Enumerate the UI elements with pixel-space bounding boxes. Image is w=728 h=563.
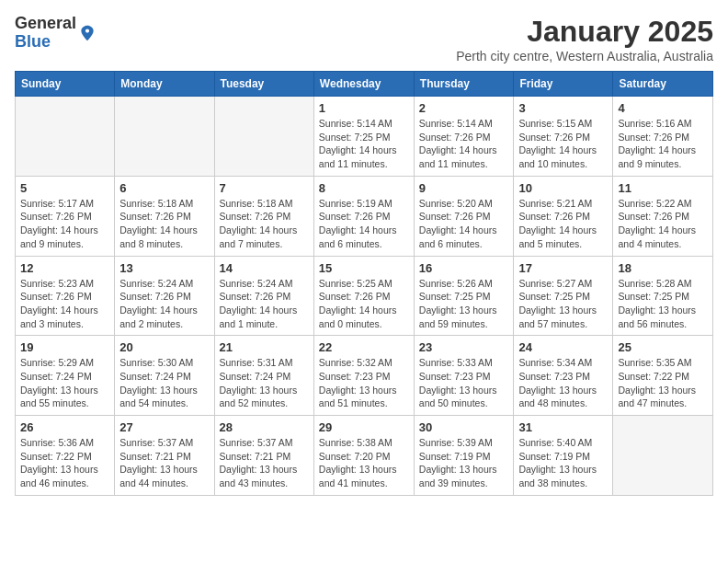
- calendar-cell: [16, 97, 115, 177]
- calendar-cell: 27Sunrise: 5:37 AM Sunset: 7:21 PM Dayli…: [115, 416, 214, 496]
- day-info: Sunrise: 5:20 AM Sunset: 7:26 PM Dayligh…: [419, 197, 509, 251]
- week-row-3: 12Sunrise: 5:23 AM Sunset: 7:26 PM Dayli…: [16, 256, 713, 336]
- week-row-2: 5Sunrise: 5:17 AM Sunset: 7:26 PM Daylig…: [16, 176, 713, 256]
- calendar-cell: 25Sunrise: 5:35 AM Sunset: 7:22 PM Dayli…: [613, 336, 713, 416]
- day-number: 12: [20, 261, 109, 275]
- calendar-cell: 22Sunrise: 5:32 AM Sunset: 7:23 PM Dayli…: [313, 336, 414, 416]
- calendar-table: SundayMondayTuesdayWednesdayThursdayFrid…: [15, 71, 713, 496]
- calendar-cell: 26Sunrise: 5:36 AM Sunset: 7:22 PM Dayli…: [16, 416, 115, 496]
- logo-blue: Blue: [15, 32, 51, 51]
- day-info: Sunrise: 5:38 AM Sunset: 7:20 PM Dayligh…: [319, 436, 409, 490]
- calendar-cell: [214, 97, 313, 177]
- day-info: Sunrise: 5:25 AM Sunset: 7:26 PM Dayligh…: [319, 277, 409, 331]
- header-day-tuesday: Tuesday: [214, 72, 313, 97]
- calendar-cell: 24Sunrise: 5:34 AM Sunset: 7:23 PM Dayli…: [514, 336, 613, 416]
- calendar-cell: 5Sunrise: 5:17 AM Sunset: 7:26 PM Daylig…: [16, 176, 115, 256]
- day-number: 11: [618, 181, 708, 195]
- day-info: Sunrise: 5:22 AM Sunset: 7:26 PM Dayligh…: [618, 197, 708, 251]
- week-row-5: 26Sunrise: 5:36 AM Sunset: 7:22 PM Dayli…: [16, 416, 713, 496]
- header-day-saturday: Saturday: [613, 72, 713, 97]
- day-number: 26: [20, 420, 109, 434]
- calendar-cell: 15Sunrise: 5:25 AM Sunset: 7:26 PM Dayli…: [313, 256, 414, 336]
- calendar-cell: [613, 416, 713, 496]
- day-number: 8: [319, 181, 409, 195]
- day-number: 3: [518, 101, 608, 115]
- day-info: Sunrise: 5:31 AM Sunset: 7:24 PM Dayligh…: [220, 356, 309, 410]
- day-info: Sunrise: 5:14 AM Sunset: 7:25 PM Dayligh…: [319, 117, 409, 171]
- day-number: 30: [419, 420, 509, 434]
- day-info: Sunrise: 5:15 AM Sunset: 7:26 PM Dayligh…: [518, 117, 608, 171]
- calendar-cell: 28Sunrise: 5:37 AM Sunset: 7:21 PM Dayli…: [214, 416, 313, 496]
- calendar-cell: 8Sunrise: 5:19 AM Sunset: 7:26 PM Daylig…: [313, 176, 414, 256]
- calendar-cell: 17Sunrise: 5:27 AM Sunset: 7:25 PM Dayli…: [514, 256, 613, 336]
- day-number: 28: [220, 420, 309, 434]
- title-section: January 2025 Perth city centre, Western …: [456, 15, 713, 63]
- day-info: Sunrise: 5:29 AM Sunset: 7:24 PM Dayligh…: [20, 356, 109, 410]
- day-info: Sunrise: 5:39 AM Sunset: 7:19 PM Dayligh…: [419, 436, 509, 490]
- calendar-cell: 14Sunrise: 5:24 AM Sunset: 7:26 PM Dayli…: [214, 256, 313, 336]
- day-number: 22: [319, 340, 409, 354]
- calendar-cell: 4Sunrise: 5:16 AM Sunset: 7:26 PM Daylig…: [613, 97, 713, 177]
- header-row: SundayMondayTuesdayWednesdayThursdayFrid…: [16, 72, 713, 97]
- day-info: Sunrise: 5:37 AM Sunset: 7:21 PM Dayligh…: [119, 436, 209, 490]
- header-day-sunday: Sunday: [16, 72, 115, 97]
- week-row-1: 1Sunrise: 5:14 AM Sunset: 7:25 PM Daylig…: [16, 97, 713, 177]
- day-number: 29: [319, 420, 409, 434]
- header-day-wednesday: Wednesday: [313, 72, 414, 97]
- calendar-cell: 9Sunrise: 5:20 AM Sunset: 7:26 PM Daylig…: [414, 176, 514, 256]
- calendar-subtitle: Perth city centre, Western Australia, Au…: [456, 49, 713, 63]
- calendar-cell: 3Sunrise: 5:15 AM Sunset: 7:26 PM Daylig…: [514, 97, 613, 177]
- day-number: 15: [319, 261, 409, 275]
- calendar-cell: 2Sunrise: 5:14 AM Sunset: 7:26 PM Daylig…: [414, 97, 514, 177]
- day-info: Sunrise: 5:33 AM Sunset: 7:23 PM Dayligh…: [419, 356, 509, 410]
- logo-icon: [78, 24, 97, 42]
- day-info: Sunrise: 5:14 AM Sunset: 7:26 PM Dayligh…: [419, 117, 509, 171]
- day-info: Sunrise: 5:37 AM Sunset: 7:21 PM Dayligh…: [220, 436, 309, 490]
- day-number: 4: [618, 101, 708, 115]
- calendar-cell: 11Sunrise: 5:22 AM Sunset: 7:26 PM Dayli…: [613, 176, 713, 256]
- calendar-cell: 20Sunrise: 5:30 AM Sunset: 7:24 PM Dayli…: [115, 336, 214, 416]
- day-number: 2: [419, 101, 509, 115]
- day-info: Sunrise: 5:19 AM Sunset: 7:26 PM Dayligh…: [319, 197, 409, 251]
- calendar-cell: [115, 97, 214, 177]
- logo: General Blue: [15, 15, 97, 52]
- day-info: Sunrise: 5:17 AM Sunset: 7:26 PM Dayligh…: [20, 197, 109, 251]
- day-number: 20: [119, 340, 209, 354]
- day-info: Sunrise: 5:35 AM Sunset: 7:22 PM Dayligh…: [618, 356, 708, 410]
- day-number: 6: [119, 181, 209, 195]
- header-day-monday: Monday: [115, 72, 214, 97]
- calendar-cell: 23Sunrise: 5:33 AM Sunset: 7:23 PM Dayli…: [414, 336, 514, 416]
- day-number: 24: [518, 340, 608, 354]
- day-info: Sunrise: 5:36 AM Sunset: 7:22 PM Dayligh…: [20, 436, 109, 490]
- day-info: Sunrise: 5:24 AM Sunset: 7:26 PM Dayligh…: [220, 277, 309, 331]
- day-number: 23: [419, 340, 509, 354]
- day-number: 18: [618, 261, 708, 275]
- day-number: 14: [220, 261, 309, 275]
- calendar-cell: 16Sunrise: 5:26 AM Sunset: 7:25 PM Dayli…: [414, 256, 514, 336]
- calendar-cell: 21Sunrise: 5:31 AM Sunset: 7:24 PM Dayli…: [214, 336, 313, 416]
- logo-general: General: [15, 14, 76, 32]
- calendar-title: January 2025: [456, 15, 713, 49]
- day-number: 10: [518, 181, 608, 195]
- day-info: Sunrise: 5:18 AM Sunset: 7:26 PM Dayligh…: [220, 197, 309, 251]
- calendar-cell: 10Sunrise: 5:21 AM Sunset: 7:26 PM Dayli…: [514, 176, 613, 256]
- day-number: 31: [518, 420, 608, 434]
- day-info: Sunrise: 5:28 AM Sunset: 7:25 PM Dayligh…: [618, 277, 708, 331]
- calendar-cell: 1Sunrise: 5:14 AM Sunset: 7:25 PM Daylig…: [313, 97, 414, 177]
- day-info: Sunrise: 5:34 AM Sunset: 7:23 PM Dayligh…: [518, 356, 608, 410]
- week-row-4: 19Sunrise: 5:29 AM Sunset: 7:24 PM Dayli…: [16, 336, 713, 416]
- calendar-cell: 18Sunrise: 5:28 AM Sunset: 7:25 PM Dayli…: [613, 256, 713, 336]
- day-number: 16: [419, 261, 509, 275]
- day-number: 5: [20, 181, 109, 195]
- calendar-cell: 6Sunrise: 5:18 AM Sunset: 7:26 PM Daylig…: [115, 176, 214, 256]
- page-header: General Blue January 2025 Perth city cen…: [15, 15, 713, 63]
- day-info: Sunrise: 5:23 AM Sunset: 7:26 PM Dayligh…: [20, 277, 109, 331]
- day-info: Sunrise: 5:40 AM Sunset: 7:19 PM Dayligh…: [518, 436, 608, 490]
- day-info: Sunrise: 5:21 AM Sunset: 7:26 PM Dayligh…: [518, 197, 608, 251]
- day-number: 13: [119, 261, 209, 275]
- calendar-cell: 29Sunrise: 5:38 AM Sunset: 7:20 PM Dayli…: [313, 416, 414, 496]
- day-info: Sunrise: 5:24 AM Sunset: 7:26 PM Dayligh…: [119, 277, 209, 331]
- day-info: Sunrise: 5:30 AM Sunset: 7:24 PM Dayligh…: [119, 356, 209, 410]
- day-number: 9: [419, 181, 509, 195]
- day-info: Sunrise: 5:32 AM Sunset: 7:23 PM Dayligh…: [319, 356, 409, 410]
